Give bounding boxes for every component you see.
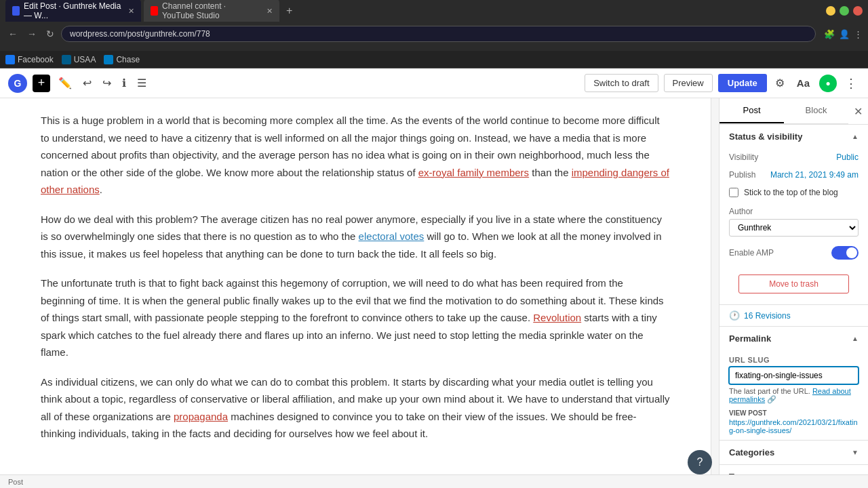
bookmark-label-usaa: USAA	[74, 55, 96, 64]
tab-post[interactable]: Post	[719, 98, 784, 123]
stick-to-top-row: Stick to the top of the blog	[719, 184, 868, 201]
sidebar-panel: Post Block ✕ Status & visibility ▲ Visib…	[719, 98, 868, 488]
typography-button[interactable]: Aa	[793, 75, 814, 92]
author-label: Author	[729, 207, 859, 216]
link-revolution[interactable]: Revolution	[533, 312, 581, 323]
list-view-button[interactable]: ☰	[134, 74, 149, 92]
url-slug-input[interactable]	[729, 367, 859, 384]
redo-button[interactable]: ↪	[100, 74, 114, 92]
address-text: wordpress.com/post/gunthrek.com/778	[70, 29, 210, 39]
permalink-content: URL Slug The last part of the URL. Read …	[719, 350, 868, 440]
minimize-button[interactable]	[826, 6, 835, 16]
update-button[interactable]: Update	[718, 74, 767, 92]
maximize-button[interactable]	[840, 6, 849, 16]
more-options-button[interactable]: ⋮	[842, 73, 860, 94]
visibility-label: Visibility	[729, 152, 758, 162]
tab-close-edit-post[interactable]: ✕	[128, 7, 134, 16]
bookmark-label-chase: Chase	[116, 55, 140, 64]
url-slug-label: URL Slug	[729, 356, 859, 364]
paragraph-1: This is a huge problem in a world that i…	[41, 112, 670, 199]
status-visibility-chevron: ▲	[852, 133, 859, 140]
revisions-label: 16 Revisions	[744, 311, 791, 321]
info-button[interactable]: ℹ	[119, 74, 129, 92]
bookmark-favicon-fb	[5, 55, 15, 64]
tab-edit-post[interactable]: Edit Post · Gunthrek Media — W... ✕	[5, 0, 141, 23]
tab-close-youtube[interactable]: ✕	[267, 7, 273, 16]
sidebar-tabs: Post Block	[719, 98, 848, 124]
publish-label: Publish	[729, 170, 755, 180]
editor-content[interactable]: This is a huge problem in a world that i…	[0, 98, 711, 488]
nav-bar: ← → ↻ wordpress.com/post/gunthrek.com/77…	[0, 22, 868, 46]
bookmark-favicon-chase	[104, 55, 113, 64]
sidebar-close-button[interactable]: ✕	[848, 102, 868, 121]
close-button[interactable]	[853, 6, 863, 16]
categories-header[interactable]: Categories ▼	[719, 441, 868, 464]
publish-date[interactable]: March 21, 2021 9:49 am	[770, 170, 859, 180]
paragraph-4: As individual citizens, we can only do w…	[41, 373, 670, 443]
settings-icon[interactable]: ⚙	[772, 74, 787, 92]
enable-amp-row: Enable AMP	[719, 242, 868, 264]
undo-button[interactable]: ↩	[80, 74, 94, 92]
author-section: Author Gunthrek	[719, 201, 868, 242]
link-propaganda[interactable]: propaganda	[174, 411, 228, 422]
bookmark-usaa[interactable]: USAA	[62, 55, 96, 64]
permalink-label: Permalink	[729, 333, 771, 344]
permalink-section: Permalink ▲ URL Slug The last part of th…	[719, 327, 868, 441]
back-button[interactable]: ←	[5, 27, 20, 41]
tab-youtube[interactable]: Channel content · YouTube Studio ✕	[144, 0, 279, 23]
link-electoral[interactable]: electoral votes	[359, 230, 425, 242]
trash-container: Move to trash	[719, 264, 868, 304]
permalink-chevron: ▲	[852, 335, 859, 342]
permalink-header[interactable]: Permalink ▲	[719, 327, 868, 350]
link-exroyal[interactable]: ex-royal family members	[418, 167, 529, 178]
revisions-icon: 🕐	[729, 310, 740, 321]
jetpack-button[interactable]: ●	[819, 75, 837, 92]
categories-chevron: ▼	[852, 449, 859, 456]
bookmark-favicon-usaa	[62, 55, 71, 64]
preview-button[interactable]: Preview	[664, 74, 713, 92]
new-tab-button[interactable]: +	[282, 5, 296, 17]
stick-to-top-checkbox[interactable]	[729, 188, 738, 197]
status-visibility-header[interactable]: Status & visibility ▲	[719, 125, 868, 148]
tab-favicon-yt	[151, 6, 158, 16]
extensions-icon[interactable]: 🧩	[824, 29, 835, 39]
refresh-button[interactable]: ↻	[43, 27, 57, 41]
switch-draft-button[interactable]: Switch to draft	[585, 74, 658, 92]
move-to-trash-button[interactable]: Move to trash	[738, 274, 849, 293]
help-button[interactable]: ?	[688, 450, 712, 474]
add-block-button[interactable]: +	[33, 75, 50, 92]
menu-icon[interactable]: ⋮	[854, 29, 863, 39]
status-bar-label: Post	[8, 478, 23, 486]
link-dangers[interactable]: impending dangers of other nations	[41, 167, 669, 196]
post-url[interactable]: https://gunthrek.com/2021/03/21/fixating…	[729, 418, 859, 434]
address-bar[interactable]: wordpress.com/post/gunthrek.com/778	[61, 26, 816, 42]
status-visibility-section: Status & visibility ▲ Visibility Public …	[719, 125, 868, 305]
browser-chrome: Edit Post · Gunthrek Media — W... ✕ Chan…	[0, 0, 868, 51]
visibility-value[interactable]: Public	[836, 152, 859, 162]
url-hint: The last part of the URL. Read about per…	[729, 387, 859, 404]
paragraph-2: How do we deal with this problem? The av…	[41, 211, 670, 263]
paragraph-3: The unfortunate truth is that to fight b…	[41, 274, 670, 361]
profile-icon[interactable]: 👤	[839, 29, 850, 39]
tab-label-youtube: Channel content · YouTube Studio	[162, 1, 260, 20]
nav-icons: 🧩 👤 ⋮	[824, 29, 863, 39]
window-controls	[826, 6, 863, 16]
author-select[interactable]: Gunthrek	[729, 219, 859, 237]
revisions-row[interactable]: 🕐 16 Revisions	[719, 305, 868, 327]
bookmark-facebook[interactable]: Facebook	[5, 55, 54, 64]
tab-label-edit-post: Edit Post · Gunthrek Media — W...	[24, 1, 121, 20]
edit-tool-button[interactable]: ✏️	[56, 74, 75, 92]
enable-amp-label: Enable AMP	[729, 248, 774, 258]
bookmark-chase[interactable]: Chase	[104, 55, 140, 64]
tab-favicon-wp	[12, 6, 20, 16]
enable-amp-toggle[interactable]	[831, 246, 859, 260]
tab-block[interactable]: Block	[784, 98, 848, 123]
bookmark-label-facebook: Facebook	[18, 55, 54, 64]
view-post-label: VIEW POST	[729, 409, 859, 417]
visibility-row: Visibility Public	[719, 148, 868, 166]
categories-section: Categories ▼	[719, 441, 868, 465]
stick-to-top-label: Stick to the top of the blog	[744, 188, 838, 197]
editor-scrollbar[interactable]	[711, 98, 719, 488]
forward-button[interactable]: →	[24, 27, 39, 41]
sidebar-wrapper: Post Block ✕ Status & visibility ▲ Visib…	[719, 98, 868, 488]
